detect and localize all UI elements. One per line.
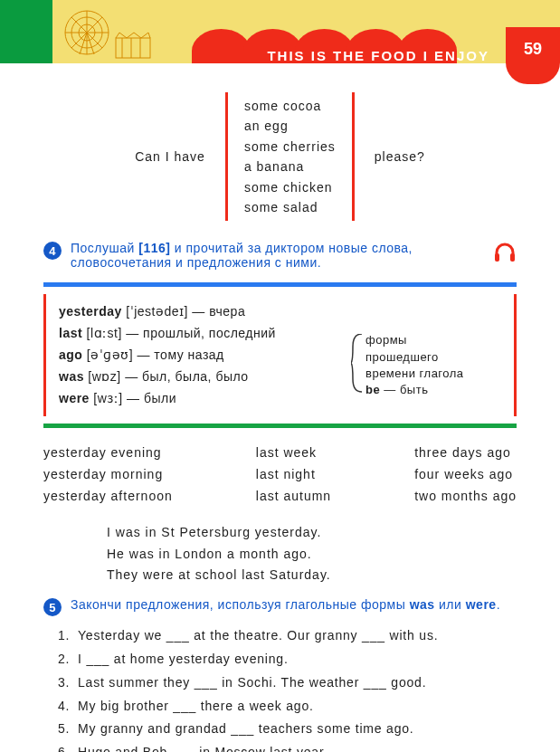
task-5: 5 Закончи предложения, используя глаголь… xyxy=(43,597,517,616)
vocab-entry: last [lɑːst] — прошлый, последний xyxy=(59,323,356,345)
example-sentences: I was in St Petersburg yesterday. He was… xyxy=(107,522,517,586)
exercise-item: My granny and grandad ___ teachers some … xyxy=(74,719,517,740)
task-4-text: Послушай [116] и прочитай за диктором но… xyxy=(71,241,493,270)
svg-rect-9 xyxy=(116,38,150,58)
vocab-entry: were [wɜː] — были xyxy=(59,388,356,410)
time-col-1: yesterday evening yesterday morning yest… xyxy=(43,443,173,507)
exercise-item: Last summer they ___ in Sochi. The weath… xyxy=(74,672,517,694)
svg-rect-13 xyxy=(495,253,499,262)
task-number-badge: 5 xyxy=(43,598,62,616)
task-4: 4 Послушай [116] и прочитай за диктором … xyxy=(43,241,517,270)
vocab-note: формы прошедшего времени глагола be — бы… xyxy=(356,301,501,409)
unit-title: THIS IS THE FOOD I ENJOY xyxy=(267,48,489,63)
task-number-badge: 4 xyxy=(43,242,62,260)
vocabulary-box: yesterday [ˈjestədeɪ] — вчера last [lɑːs… xyxy=(43,282,517,428)
page-number: 59 xyxy=(506,27,560,84)
ferris-wheel-illustration xyxy=(54,7,154,63)
vocab-entry: yesterday [ˈjestədeɪ] — вчера xyxy=(59,301,356,323)
exercise-item: My big brother ___ there a week ago. xyxy=(74,696,517,718)
vocab-list: yesterday [ˈjestədeɪ] — вчера last [lɑːs… xyxy=(59,301,356,409)
vocab-entry: ago [əˈɡəʊ] — тому назад xyxy=(59,345,356,366)
time-col-3: three days ago four weeks ago two months… xyxy=(414,443,517,507)
textbook-page: THIS IS THE FOOD I ENJOY 59 Can I have s… xyxy=(0,0,560,752)
task-5-text: Закончи предложения, используя глагольны… xyxy=(71,597,500,612)
exercise-5-list: Yesterday we ___ at the theatre. Our gra… xyxy=(74,625,517,752)
can-i-have-left: Can I have xyxy=(135,149,205,164)
exercise-item: Yesterday we ___ at the theatre. Our gra… xyxy=(74,625,517,647)
time-expressions: yesterday evening yesterday morning yest… xyxy=(43,443,517,507)
exercise-item: Hugo and Bob ___ in Moscow last year. xyxy=(74,742,517,752)
food-item: some cherries xyxy=(244,137,336,157)
page-header: THIS IS THE FOOD I ENJOY 59 xyxy=(0,0,560,63)
can-i-have-box: Can I have some cocoa an egg some cherri… xyxy=(43,92,517,221)
food-item: some cocoa xyxy=(244,96,336,116)
headphones-icon xyxy=(493,241,517,267)
svg-rect-14 xyxy=(510,253,515,262)
can-i-have-items: some cocoa an egg some cherries a banana… xyxy=(225,92,355,221)
can-i-have-right: please? xyxy=(375,149,425,164)
food-item: some salad xyxy=(244,197,336,217)
page-content: Can I have some cocoa an egg some cherri… xyxy=(0,63,560,752)
food-item: some chicken xyxy=(244,177,336,197)
time-col-2: last week last night last autumn xyxy=(256,443,331,507)
brace-icon xyxy=(351,334,364,397)
food-item: an egg xyxy=(244,116,336,136)
vocab-entry: was [wɒz] — был, была, было xyxy=(59,366,356,388)
food-item: a banana xyxy=(244,157,336,176)
exercise-item: I ___ at home yesterday evening. xyxy=(74,649,517,671)
